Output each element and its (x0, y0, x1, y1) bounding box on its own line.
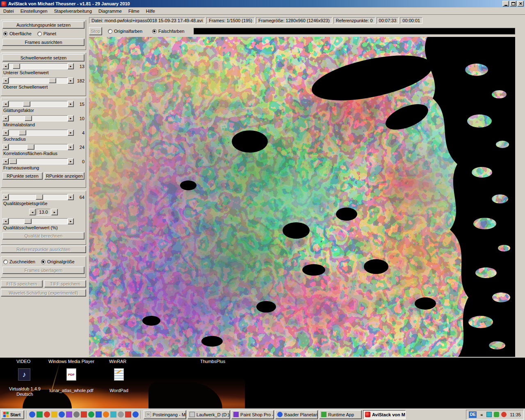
slider-thumb[interactable] (25, 116, 32, 121)
slider-left-arrow[interactable] (2, 63, 9, 69)
quicklaunch-icon[interactable] (118, 411, 124, 418)
stack-frames-button[interactable]: Frames überlagern (2, 267, 84, 274)
quicklaunch-icon[interactable] (44, 411, 50, 418)
slider-thumb[interactable] (36, 194, 43, 200)
set-align-points-button[interactable]: Ausrichtungspunkte setzen (2, 21, 84, 29)
radio-falschfarben[interactable]: Falschfarben (152, 29, 185, 34)
quicklaunch-icon[interactable] (37, 411, 43, 418)
slider-left-arrow[interactable] (2, 78, 9, 84)
quicklaunch-icon[interactable] (59, 411, 65, 418)
menu-diagramme[interactable]: Diagramme (95, 8, 125, 14)
tray-display-icon[interactable] (486, 412, 492, 417)
radio-zuschneiden[interactable]: Zuschneiden (3, 259, 35, 264)
radio-planet[interactable]: Planet (37, 31, 56, 36)
titlebar[interactable]: AviStack von Michael Theusner - v1.81 - … (0, 0, 525, 7)
quicklaunch-icon[interactable] (51, 411, 57, 418)
task-baader-planetarium[interactable]: Baader Planetariu... (275, 410, 318, 419)
slider-thumb[interactable] (13, 64, 20, 69)
slider-left-arrow[interactable] (2, 130, 9, 136)
wavelet-button[interactable]: Wavelet-Schärfung (experimentell) (1, 289, 86, 297)
task-avistack[interactable]: AviStack von M... (363, 410, 406, 419)
radio-originalgroesse[interactable]: Originalgröße (41, 259, 75, 264)
tray-status-icon[interactable] (494, 412, 499, 417)
quicklaunch-icon[interactable] (29, 411, 35, 418)
slider-right-arrow[interactable] (68, 63, 74, 69)
radio-oberflaeche[interactable]: Oberfläche (3, 31, 32, 36)
slider-track[interactable] (9, 63, 68, 69)
radio-originalfarben[interactable]: Originalfarben (108, 29, 142, 34)
slider-track[interactable] (9, 78, 68, 84)
slider-track[interactable] (9, 194, 68, 200)
slider-right-arrow[interactable] (68, 78, 74, 84)
task-paint-shop-pro[interactable]: Paint Shop Pro - [... (231, 410, 274, 419)
save-fits-button[interactable]: FITS speichern (1, 280, 43, 288)
virtualdub-icon[interactable] (18, 368, 30, 381)
calc-quality-button[interactable]: Qualität berechnen (2, 232, 84, 240)
quicklaunch-icon[interactable] (132, 411, 139, 418)
wordpad-icon[interactable] (114, 368, 124, 381)
slider-thumb[interactable] (19, 130, 26, 135)
close-button[interactable] (517, 1, 524, 7)
quicklaunch-icon[interactable] (125, 411, 131, 418)
spinner-decrement-button[interactable] (29, 209, 36, 215)
language-indicator[interactable]: DE (469, 411, 477, 418)
slider-right-arrow[interactable] (68, 218, 74, 224)
quicklaunch-icon[interactable] (81, 411, 87, 418)
slider-track[interactable] (9, 158, 68, 164)
slider-right-arrow[interactable] (68, 144, 74, 150)
wordpad-label[interactable]: WordPad (106, 388, 132, 393)
slider-right-arrow[interactable] (68, 115, 74, 121)
stop-button[interactable]: Stop (89, 27, 102, 35)
slider-track[interactable] (9, 101, 68, 107)
task-laufwerk-d[interactable]: Laufwerk_D (D:) (187, 410, 230, 419)
align-frames-button[interactable]: Frames ausrichten (2, 39, 84, 46)
menu-stapelverarbeitung[interactable]: Stapelverarbeitung (51, 8, 95, 14)
slider-track[interactable] (9, 218, 68, 224)
slider-right-arrow[interactable] (68, 101, 74, 107)
set-thresholds-button[interactable]: Schwellenwerte setzen (2, 54, 84, 62)
pdf-file-icon[interactable] (66, 368, 76, 381)
slider-left-arrow[interactable] (2, 158, 9, 164)
slider-left-arrow[interactable] (2, 144, 9, 150)
quicklaunch-icon[interactable] (96, 411, 102, 418)
menu-einstellungen[interactable]: Einstellungen (17, 8, 51, 14)
menu-datei[interactable]: Datei (0, 8, 17, 14)
show-rpoints-button[interactable]: RPunkte anzeigen (44, 172, 84, 180)
slider-right-arrow[interactable] (68, 194, 74, 200)
slider-left-arrow[interactable] (2, 115, 9, 121)
slider-track[interactable] (9, 115, 68, 121)
quicklaunch-icon[interactable] (110, 411, 116, 418)
slider-right-arrow[interactable] (68, 158, 74, 164)
align-refpoints-button[interactable]: Referenzpunkte ausrichten (1, 246, 86, 253)
desktop-shortcut-winrar[interactable]: WinRAR (109, 359, 126, 364)
desktop-shortcut-video[interactable]: VIDEO (16, 359, 30, 364)
menu-hilfe[interactable]: Hilfe (143, 8, 158, 14)
slider-thumb[interactable] (9, 159, 17, 164)
start-button[interactable]: Start (1, 410, 24, 419)
slider-thumb[interactable] (49, 78, 56, 83)
lunar-atlas-pdf-label[interactable]: lunar_atlas_whole.pdf (46, 388, 97, 393)
quicklaunch-icon[interactable] (73, 411, 80, 418)
slider-track[interactable] (9, 130, 68, 136)
slider-right-arrow[interactable] (68, 130, 74, 136)
menu-filme[interactable]: Filme (125, 8, 143, 14)
slider-left-arrow[interactable] (2, 218, 9, 224)
restore-button[interactable] (510, 1, 516, 7)
slider-thumb[interactable] (27, 144, 34, 150)
moon-false-color-image[interactable] (89, 37, 515, 357)
desktop-shortcut-thumbsplus[interactable]: ThumbsPlus (200, 359, 225, 364)
tray-chevron-button[interactable] (479, 411, 484, 418)
slider-thumb[interactable] (23, 101, 30, 107)
slider-left-arrow[interactable] (2, 101, 9, 107)
slider-thumb[interactable] (24, 219, 32, 224)
minimize-button[interactable] (502, 1, 509, 7)
desktop-shortcut-wmp[interactable]: Windows Media Player (48, 359, 94, 364)
spinner-increment-button[interactable] (51, 209, 58, 215)
save-tiff-button[interactable]: TIFF speichern (44, 280, 86, 288)
clock[interactable]: 11:35 (509, 412, 521, 417)
tray-app-icon[interactable] (501, 412, 507, 417)
task-posteingang[interactable]: Posteingang - Mo... (144, 410, 186, 419)
slider-left-arrow[interactable] (2, 194, 9, 200)
virtualdub-label[interactable]: Virtualdub 1.4.9 Deutsch (3, 386, 46, 397)
quicklaunch-icon[interactable] (66, 411, 72, 418)
